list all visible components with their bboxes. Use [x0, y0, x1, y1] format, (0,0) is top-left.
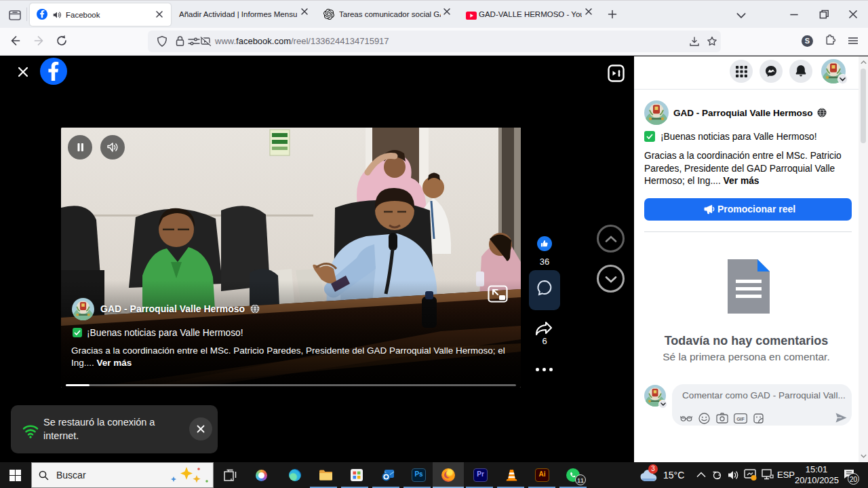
svg-text:GIF: GIF	[736, 417, 745, 421]
